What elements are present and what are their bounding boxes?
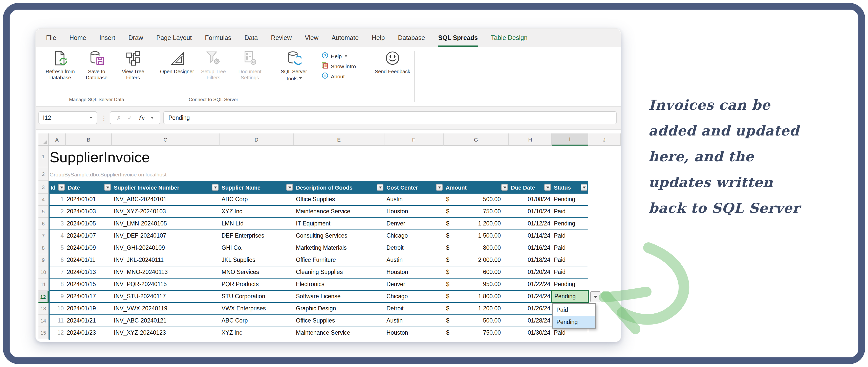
cell-supplier-name[interactable]: JKL Supplies (220, 254, 294, 265)
cell-supplier-name[interactable]: ABC Corp (220, 315, 294, 326)
cell-cost-center[interactable]: Austin (384, 254, 444, 265)
filter-button-due-date[interactable] (544, 184, 551, 191)
cell-status[interactable]: Pending (552, 278, 588, 290)
row-header-5[interactable]: 5 (38, 206, 49, 218)
tab-table-design[interactable]: Table Design (491, 29, 528, 47)
cell-description[interactable]: IT Equipment (294, 218, 384, 229)
filter-button-cost-center[interactable] (436, 184, 443, 191)
cell-description[interactable]: Cleaning Supplies (294, 266, 384, 277)
row-header-3[interactable]: 3 (38, 181, 49, 194)
row-header-4[interactable]: 4 (38, 194, 49, 206)
cell-due-date[interactable]: 01/08/24 (509, 194, 552, 205)
row-header-2[interactable]: 2 (38, 167, 49, 181)
cell-cost-center[interactable]: Chicago (384, 291, 444, 302)
cell-id[interactable]: 4 (49, 230, 66, 241)
save-to-database-button[interactable]: Save to Database (79, 51, 115, 80)
row-header-9[interactable]: 9 (38, 254, 49, 266)
cell-description[interactable]: Software License (294, 291, 384, 302)
sheet-title-cell[interactable]: SupplierInvoice (50, 145, 150, 167)
tab-data[interactable]: Data (244, 29, 258, 47)
cell-due-date[interactable]: 01/20/24 (509, 266, 552, 277)
row-header-10[interactable]: 10 (38, 266, 49, 278)
row-header-7[interactable]: 7 (38, 230, 49, 242)
cell-id[interactable]: 7 (49, 266, 66, 277)
cell-cost-center[interactable]: Houston (384, 327, 444, 338)
cell-invoice-number[interactable]: INV_PQR-20240115 (112, 278, 220, 290)
cell-amount[interactable]: 500.00$ (444, 315, 509, 326)
filter-button-id[interactable] (58, 184, 65, 191)
cell-status[interactable]: Paid (552, 230, 588, 241)
sheet-subtitle-cell[interactable]: GroupBySample.dbo.SupplierInvoice on loc… (50, 168, 166, 181)
show-intro-button[interactable]: Show intro (322, 62, 374, 70)
row-header-8[interactable]: 8 (38, 242, 49, 254)
cell-id[interactable]: 11 (49, 315, 66, 326)
cell-supplier-name[interactable]: STU Corporation (220, 291, 294, 302)
cell-id[interactable]: 6 (49, 254, 66, 265)
open-designer-button[interactable]: Open Designer (159, 51, 195, 74)
row-header-6[interactable]: 6 (38, 218, 49, 230)
row-header-1[interactable]: 1 (38, 145, 49, 167)
cell-description[interactable]: Marketing Materials (294, 242, 384, 253)
filter-button-date[interactable] (104, 184, 111, 191)
column-header-G[interactable]: G (444, 133, 509, 145)
cell-id[interactable]: 12 (49, 327, 66, 338)
cell-id[interactable]: 8 (49, 278, 66, 290)
cell-status[interactable]: Paid (552, 266, 588, 277)
cell-date[interactable]: 2024/01/07 (66, 230, 112, 241)
tab-file[interactable]: File (46, 29, 56, 47)
cell-supplier-name[interactable]: LMN Ltd (220, 218, 294, 229)
column-header-A[interactable]: A (49, 133, 66, 145)
cell-date[interactable]: 2024/01/17 (66, 291, 112, 302)
cell-cost-center[interactable]: Chicago (384, 230, 444, 241)
cell-due-date[interactable]: 01/16/24 (509, 242, 552, 253)
cell-description[interactable]: Consulting Services (294, 230, 384, 241)
about-button[interactable]: About (322, 72, 374, 80)
cell-amount[interactable]: 800.00$ (444, 242, 509, 253)
cell-date[interactable]: 2024/01/13 (66, 266, 112, 277)
cell-invoice-number[interactable]: INV_VWX-20240119 (112, 303, 220, 314)
cell-supplier-name[interactable]: XYZ Inc (220, 206, 294, 217)
column-header-B[interactable]: B (66, 133, 112, 145)
cell-due-date[interactable]: 01/28/24 (509, 315, 552, 326)
cell-amount[interactable]: 950.00$ (444, 278, 509, 290)
cell-date[interactable]: 2024/01/01 (66, 194, 112, 205)
cell-description[interactable]: Office Supplies (294, 194, 384, 205)
tab-automate[interactable]: Automate (332, 29, 359, 47)
cell-supplier-name[interactable]: XYZ Inc (220, 327, 294, 338)
cell-amount[interactable]: 1 800.00$ (444, 291, 509, 302)
cell-invoice-number[interactable]: INV_XYZ-20240123 (112, 327, 220, 338)
filter-button-supplier-name[interactable] (286, 184, 293, 191)
column-header-E[interactable]: E (294, 133, 384, 145)
cell-cost-center[interactable]: Detroit (384, 303, 444, 314)
cell-invoice-number[interactable]: INV_DEF-20240107 (112, 230, 220, 241)
cell-date[interactable]: 2024/01/23 (66, 327, 112, 338)
cell-id[interactable]: 1 (49, 194, 66, 205)
tab-page-layout[interactable]: Page Layout (156, 29, 192, 47)
sql-server-tools-button[interactable]: SQL Server Tools (276, 51, 312, 81)
cell-date[interactable]: 2024/01/19 (66, 303, 112, 314)
cell-id[interactable]: 5 (49, 242, 66, 253)
cell-due-date[interactable]: 01/24/24 (509, 291, 552, 302)
tab-insert[interactable]: Insert (99, 29, 115, 47)
cell-status[interactable]: Paid (552, 206, 588, 217)
cell-due-date[interactable]: 01/10/24 (509, 206, 552, 217)
cell-amount[interactable]: 2 000.00$ (444, 254, 509, 265)
cell-invoice-number[interactable]: INV_XYZ-20240103 (112, 206, 220, 217)
tab-draw[interactable]: Draw (128, 29, 143, 47)
cell-cost-center[interactable]: Detroit (384, 242, 444, 253)
cell-date[interactable]: 2024/01/09 (66, 242, 112, 253)
cell-id[interactable]: 9 (49, 291, 66, 302)
formula-bar-drag-handle[interactable]: ⋮ (101, 114, 107, 122)
cell-cost-center[interactable]: Houston (384, 206, 444, 217)
enter-icon[interactable]: ✓ (127, 114, 132, 121)
cell-due-date[interactable]: 01/22/24 (509, 278, 552, 290)
cell-date[interactable]: 2024/01/05 (66, 218, 112, 229)
tab-view[interactable]: View (305, 29, 318, 47)
cell-cost-center[interactable]: Denver (384, 218, 444, 229)
row-header-14[interactable]: 14 (38, 315, 49, 327)
cell-description[interactable]: Maintenance Service (294, 327, 384, 338)
cell-due-date[interactable]: 01/12/24 (509, 218, 552, 229)
cell-description[interactable]: Graphic Design (294, 303, 384, 314)
chevron-down-icon[interactable] (151, 117, 154, 119)
cell-due-date[interactable]: 01/26/24 (509, 303, 552, 314)
